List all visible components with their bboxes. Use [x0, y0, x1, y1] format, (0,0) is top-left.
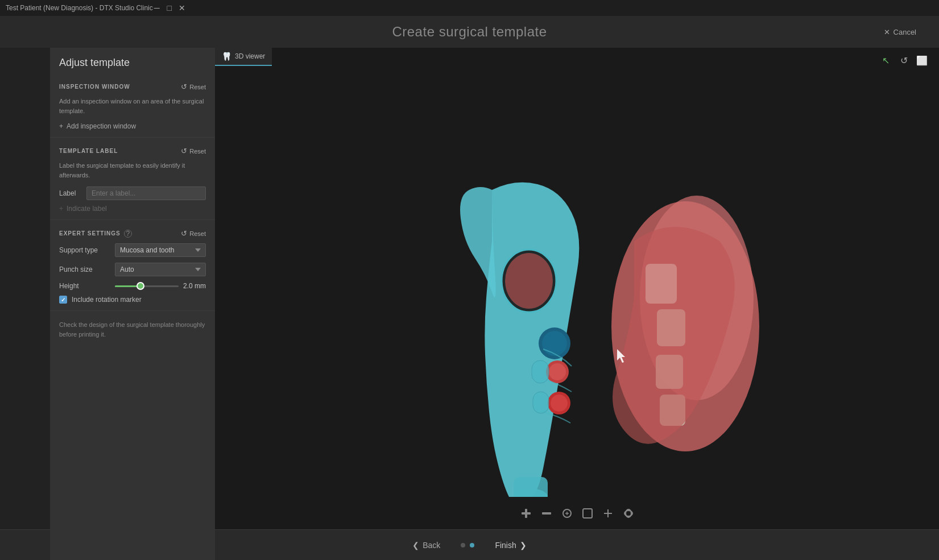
height-slider-track[interactable] — [115, 285, 179, 287]
bottom-tool-6[interactable] — [619, 504, 638, 522]
bottom-note: Check the design of the surgical templat… — [50, 311, 215, 348]
template-label-reset-button[interactable]: ↺ Reset — [181, 147, 206, 155]
cancel-button[interactable]: ✕ Cancel — [884, 28, 916, 36]
checkmark-icon: ✓ — [61, 297, 65, 303]
expert-settings-reset-button[interactable]: ↺ Reset — [181, 229, 206, 238]
page-title: Create surgical template — [392, 24, 547, 40]
titlebar-controls: ─ □ ✕ — [153, 4, 186, 12]
nav-dot-2 — [470, 543, 474, 547]
add-inspection-window-label: Add inspection window — [67, 122, 136, 130]
nav-dot-1 — [461, 543, 465, 547]
svg-point-11 — [505, 253, 553, 309]
cancel-label: Cancel — [894, 28, 916, 36]
svg-rect-21 — [525, 509, 527, 518]
add-inspection-window-button[interactable]: + Add inspection window — [59, 122, 136, 130]
rotation-marker-label: Include rotation marker — [72, 296, 142, 304]
titlebar: Test Patient (New Diagnosis) - DTX Studi… — [0, 0, 939, 16]
page-title-bar: Create surgical template ✕ Cancel — [0, 16, 939, 48]
back-label: Back — [423, 541, 440, 550]
expert-settings-section: EXPERT SETTINGS ? ↺ Reset Support type M… — [50, 220, 215, 311]
label-row: Label — [59, 186, 206, 200]
inspection-window-title: INSPECTION WINDOW — [59, 84, 130, 90]
rotation-marker-checkbox[interactable]: ✓ — [59, 296, 67, 304]
punch-size-select[interactable]: Auto Small Medium Large — [115, 263, 206, 276]
inspection-window-reset-label: Reset — [189, 84, 206, 90]
expert-settings-title: EXPERT SETTINGS — [59, 230, 121, 237]
inspection-window-header: INSPECTION WINDOW ↺ Reset — [59, 82, 206, 91]
rotation-marker-row: ✓ Include rotation marker — [59, 296, 206, 304]
bottom-tool-3[interactable] — [558, 504, 576, 522]
expert-settings-header: EXPERT SETTINGS ? ↺ Reset — [59, 229, 206, 238]
viewer-bottom-toolbar — [517, 504, 638, 522]
height-slider-thumb[interactable] — [136, 282, 144, 290]
support-type-row: Support type Mucosa and tooth Bone Tooth — [59, 243, 206, 257]
reset-icon-2: ↺ — [181, 147, 187, 155]
3d-model-svg — [378, 99, 776, 497]
cancel-icon: ✕ — [884, 28, 890, 36]
support-type-label: Support type — [59, 246, 110, 254]
inspection-window-reset-button[interactable]: ↺ Reset — [181, 82, 206, 91]
svg-point-15 — [549, 363, 566, 380]
template-label-desc: Label the surgical template to easily id… — [59, 161, 206, 180]
template-label-title: TEMPLATE LABEL — [59, 148, 118, 154]
height-row: Height 2.0 mm — [59, 282, 206, 290]
viewer-tab-icon: 🦷 — [222, 52, 231, 61]
label-field-label: Label — [59, 189, 82, 197]
expert-settings-help-icon[interactable]: ? — [124, 230, 132, 238]
punch-size-row: Punch size Auto Small Medium Large — [59, 263, 206, 276]
height-value: 2.0 mm — [183, 282, 206, 290]
left-panel: Adjust template INSPECTION WINDOW ↺ Rese… — [50, 48, 215, 560]
finish-chevron-icon: ❯ — [520, 541, 527, 550]
bottom-tool-4[interactable] — [578, 504, 597, 522]
bottom-tool-1[interactable] — [517, 504, 535, 522]
svg-rect-18 — [532, 360, 549, 383]
back-chevron-icon: ❮ — [412, 541, 419, 550]
plus-icon: + — [59, 122, 63, 130]
height-slider-container: 2.0 mm — [115, 282, 206, 290]
titlebar-title: Test Patient (New Diagnosis) - DTX Studi… — [6, 4, 153, 12]
svg-point-13 — [542, 331, 567, 356]
bottom-tool-2[interactable] — [537, 504, 556, 522]
inspection-window-desc: Add an inspection window on an area of t… — [59, 97, 206, 115]
svg-point-17 — [551, 395, 568, 412]
template-label-section: TEMPLATE LABEL ↺ Reset Label the surgica… — [50, 138, 215, 220]
svg-rect-22 — [542, 512, 551, 515]
svg-rect-19 — [533, 392, 549, 413]
viewer-tab: 🦷 3D viewer — [215, 48, 272, 66]
support-type-select[interactable]: Mucosa and tooth Bone Tooth — [115, 243, 206, 257]
nav-dots — [461, 543, 474, 547]
finish-label: Finish — [495, 541, 516, 550]
close-button[interactable]: ✕ — [178, 4, 186, 12]
plus-icon-2: + — [59, 205, 63, 213]
template-label-reset-label: Reset — [189, 148, 206, 155]
maximize-button[interactable]: □ — [166, 4, 173, 12]
panel-main-title: Adjust template — [50, 48, 215, 73]
reset-icon-3: ↺ — [181, 229, 187, 238]
height-label: Height — [59, 282, 110, 290]
inspection-window-section: INSPECTION WINDOW ↺ Reset Add an inspect… — [50, 73, 215, 138]
minimize-button[interactable]: ─ — [153, 4, 161, 12]
left-sidebar-bg — [0, 16, 51, 560]
svg-rect-24 — [583, 509, 592, 518]
template-label-header: TEMPLATE LABEL ↺ Reset — [59, 147, 206, 155]
reset-icon: ↺ — [181, 82, 187, 91]
bottom-tool-5[interactable] — [599, 504, 617, 522]
punch-size-label: Punch size — [59, 266, 110, 273]
finish-button[interactable]: Finish ❯ — [486, 537, 535, 553]
label-input[interactable] — [86, 186, 206, 200]
indicate-label-button: + Indicate label — [59, 205, 107, 213]
indicate-label-text: Indicate label — [67, 205, 107, 213]
back-button[interactable]: ❮ Back — [403, 537, 449, 553]
svg-rect-8 — [514, 477, 548, 497]
viewer-tab-label: 3D viewer — [235, 52, 265, 60]
viewer-content — [215, 66, 939, 529]
viewer-area: 🦷 3D viewer ↖ ↺ ⬜ — [215, 48, 939, 529]
expert-settings-reset-label: Reset — [189, 230, 206, 237]
